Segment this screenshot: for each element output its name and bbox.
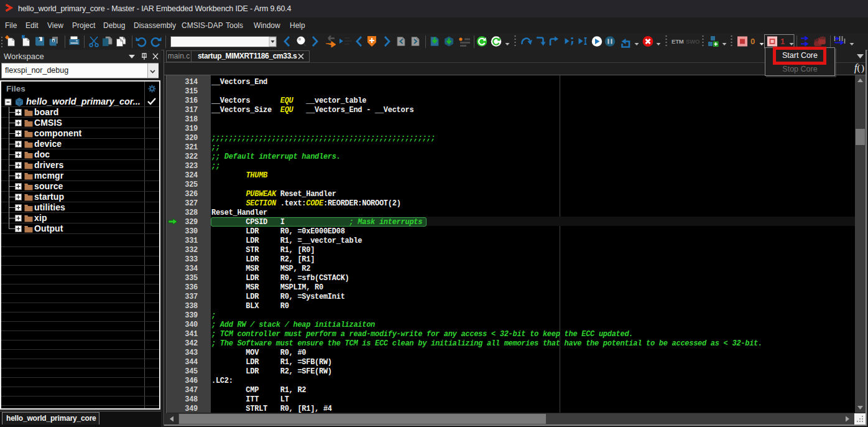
svg-text:ETM: ETM — [672, 38, 684, 45]
svg-text:1: 1 — [780, 37, 785, 46]
svg-text:SWO: SWO — [686, 38, 699, 45]
svg-text:0: 0 — [750, 37, 755, 46]
